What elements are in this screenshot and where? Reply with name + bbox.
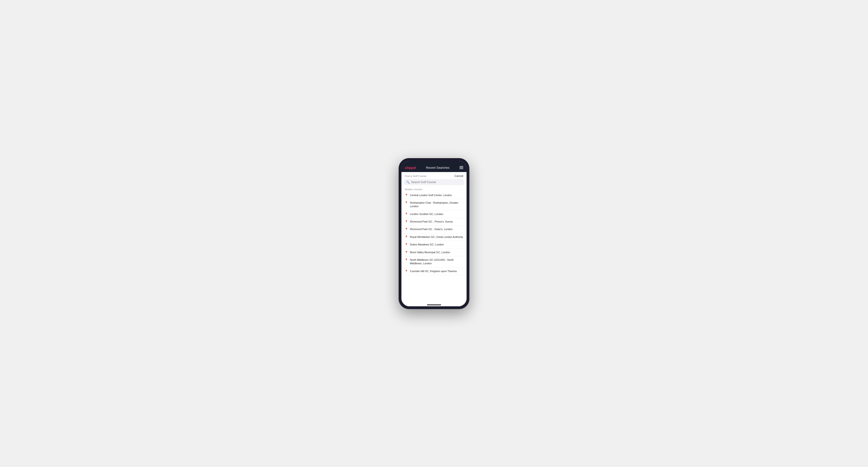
find-header: Find a Golf Course Cancel xyxy=(401,172,467,179)
pin-icon: 📍 xyxy=(405,243,408,246)
course-name: Richmond Park GC - Prince's, Surrey xyxy=(410,220,453,223)
pin-icon: 📍 xyxy=(405,258,408,261)
home-bar xyxy=(427,304,441,305)
course-list-item[interactable]: 📍 Brent Valley Municipal GC, London xyxy=(401,249,467,256)
course-name: Coombe Hill GC, Kingston upon Thames xyxy=(410,270,457,273)
pin-icon: 📍 xyxy=(405,251,408,254)
course-name: Central London Golf Centre, London xyxy=(410,193,452,197)
pin-icon: 📍 xyxy=(405,236,408,239)
course-list-item[interactable]: 📍 North Middlesex GC (1011942 - North Mi… xyxy=(401,256,467,268)
course-name: Dukes Meadows GC, London xyxy=(410,243,444,246)
course-list-item[interactable]: 📍 London Scottish GC, London xyxy=(401,211,467,218)
status-bar xyxy=(401,161,467,164)
find-label: Find a Golf Course xyxy=(405,175,427,178)
course-list-item[interactable]: 📍 Royal Wimbledon GC, Great London Autho… xyxy=(401,234,467,241)
header-title: Recent Searches xyxy=(426,166,450,169)
course-list-item[interactable]: 📍 Central London Golf Centre, London xyxy=(401,192,467,199)
menu-icon-line1 xyxy=(460,166,463,166)
course-list: 📍 Central London Golf Centre, London 📍 R… xyxy=(401,192,467,275)
course-name: Richmond Park GC - Duke's, London xyxy=(410,227,453,231)
menu-icon-line3 xyxy=(460,168,463,169)
course-list-item[interactable]: 📍 Richmond Park GC - Duke's, London xyxy=(401,226,467,233)
home-indicator xyxy=(401,302,467,306)
pin-icon: 📍 xyxy=(405,228,408,231)
course-list-item[interactable]: 📍 Coombe Hill GC, Kingston upon Thames xyxy=(401,268,467,275)
course-list-item[interactable]: 📍 Richmond Park GC - Prince's, Surrey xyxy=(401,218,467,226)
course-list-item[interactable]: 📍 Dukes Meadows GC, London xyxy=(401,241,467,248)
pin-icon: 📍 xyxy=(405,201,408,205)
content-area: Find a Golf Course Cancel 🔍 Nearby cours… xyxy=(401,172,467,302)
menu-icon-line2 xyxy=(460,167,463,168)
search-input[interactable] xyxy=(411,181,462,184)
course-name: Roehampton Club - Roehampton, Greater Lo… xyxy=(410,201,463,208)
search-icon: 🔍 xyxy=(406,181,410,184)
menu-button[interactable] xyxy=(460,166,463,169)
course-name: Brent Valley Municipal GC, London xyxy=(410,251,450,254)
course-list-item[interactable]: 📍 Roehampton Club - Roehampton, Greater … xyxy=(401,199,467,211)
phone-frame: clippd Recent Searches Find a Golf Cours… xyxy=(399,158,469,309)
search-bar[interactable]: 🔍 xyxy=(404,179,464,185)
top-bar: clippd Recent Searches xyxy=(401,164,467,172)
pin-icon: 📍 xyxy=(405,194,408,197)
cancel-button[interactable]: Cancel xyxy=(455,175,463,178)
nearby-section-label: Nearby courses xyxy=(401,187,467,192)
pin-icon: 📍 xyxy=(405,220,408,223)
course-name: North Middlesex GC (1011942 - North Midd… xyxy=(410,258,463,266)
phone-screen: clippd Recent Searches Find a Golf Cours… xyxy=(401,161,467,306)
pin-icon: 📍 xyxy=(405,270,408,273)
course-name: London Scottish GC, London xyxy=(410,212,443,216)
course-name: Royal Wimbledon GC, Great London Authori… xyxy=(410,235,463,239)
app-logo: clippd xyxy=(405,166,416,170)
pin-icon: 📍 xyxy=(405,213,408,216)
